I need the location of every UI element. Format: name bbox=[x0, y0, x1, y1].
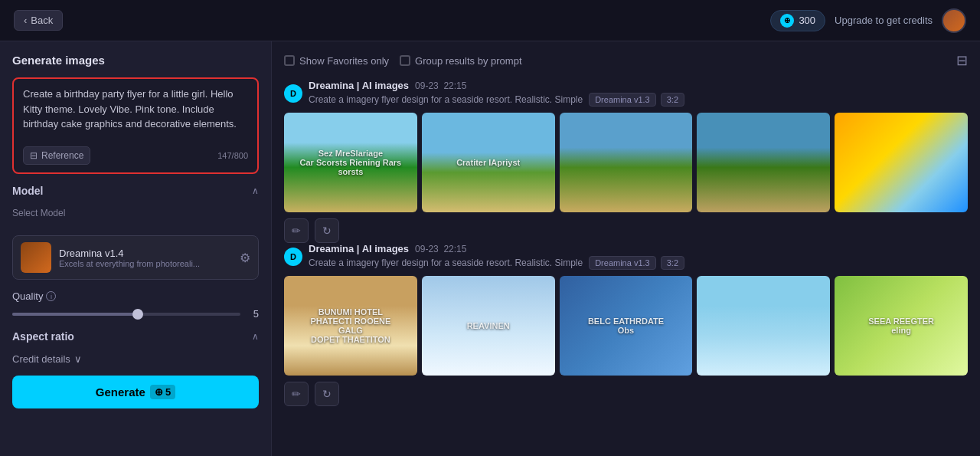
group-prompt-1: Create a imagery flyer design for a seas… bbox=[309, 258, 583, 268]
image-group-0: D Dreamina | AI images 09-23 22:15 Creat… bbox=[284, 80, 968, 243]
ratio-badge-0: 3:2 bbox=[661, 93, 684, 107]
model-section-title: Model bbox=[12, 185, 43, 197]
select-model-label: Select Model bbox=[12, 208, 259, 218]
generate-cost-icon: ⊕ bbox=[155, 386, 163, 398]
quality-slider-row: 5 bbox=[12, 308, 259, 320]
aspect-ratio-chevron-icon[interactable]: ∧ bbox=[252, 331, 259, 342]
group-meta-info-0: Dreamina | AI images 09-23 22:15 Create … bbox=[309, 80, 684, 107]
quality-label: Quality i bbox=[12, 290, 259, 302]
quality-value: 5 bbox=[248, 308, 259, 320]
model-chevron-icon[interactable]: ∧ bbox=[252, 185, 259, 196]
show-favorites-toggle[interactable]: Show Favorites only bbox=[284, 55, 389, 67]
regenerate-button-0[interactable]: ↻ bbox=[315, 218, 339, 243]
quality-slider[interactable] bbox=[12, 313, 240, 316]
main-content: Show Favorites only Group results by pro… bbox=[272, 41, 980, 456]
group-icon-0: D bbox=[284, 84, 302, 103]
generate-label: Generate bbox=[96, 385, 145, 399]
groups-container: D Dreamina | AI images 09-23 22:15 Creat… bbox=[284, 80, 968, 406]
quality-slider-fill bbox=[12, 313, 138, 316]
image-text-img6: BUNUMI HOTELPHATECTI ROOENEGALGDOPET THA… bbox=[284, 276, 417, 376]
quality-slider-thumb[interactable] bbox=[132, 309, 143, 320]
toolbar: Show Favorites only Group results by pro… bbox=[284, 52, 968, 69]
back-label: Back bbox=[31, 15, 53, 26]
model-card[interactable]: Dreamina v1.4 Excels at everything from … bbox=[12, 235, 259, 280]
credits-icon: ⊕ bbox=[780, 14, 794, 28]
edit-button-1[interactable]: ✏ bbox=[284, 382, 309, 406]
regenerate-button-1[interactable]: ↻ bbox=[315, 382, 339, 406]
image-thumb-img9[interactable] bbox=[697, 276, 830, 376]
back-button[interactable]: ‹ Back bbox=[14, 10, 63, 31]
group-meta-info-1: Dreamina | AI images 09-23 22:15 Create … bbox=[309, 243, 684, 270]
upgrade-link[interactable]: Upgrade to get credits bbox=[835, 15, 933, 26]
main-layout: Generate images Create a birthday party … bbox=[0, 41, 980, 456]
group-header-1: D Dreamina | AI images 09-23 22:15 Creat… bbox=[284, 243, 968, 270]
generate-cost: ⊕ 5 bbox=[150, 385, 175, 399]
group-results-toggle[interactable]: Group results by prompt bbox=[400, 55, 521, 67]
image-group-1: D Dreamina | AI images 09-23 22:15 Creat… bbox=[284, 243, 968, 406]
model-section-header: Model ∧ bbox=[12, 185, 259, 197]
group-results-label: Group results by prompt bbox=[415, 55, 521, 67]
image-thumb-img7[interactable]: REAVINEN bbox=[422, 276, 555, 376]
model-name: Dreamina v1.4 bbox=[59, 248, 232, 259]
prompt-box[interactable]: Create a birthday party flyer for a litt… bbox=[12, 77, 259, 174]
image-thumb-img3[interactable] bbox=[560, 113, 693, 212]
nav-right: ⊕ 300 Upgrade to get credits bbox=[770, 8, 966, 33]
model-badge-1: Dreamina v1.3 bbox=[589, 256, 656, 270]
image-thumb-img8[interactable]: BELC EATHRDATEObs bbox=[560, 276, 693, 376]
generate-button[interactable]: Generate ⊕ 5 bbox=[12, 376, 259, 408]
group-source-0: Dreamina | AI images bbox=[309, 80, 409, 91]
image-text-img8: BELC EATHRDATEObs bbox=[560, 276, 693, 376]
ratio-badge-1: 3:2 bbox=[661, 256, 684, 270]
image-thumb-img10[interactable]: SEEA REEGTEReling bbox=[835, 276, 968, 376]
group-date-0: 09-23 22:15 bbox=[415, 80, 466, 91]
sidebar-title: Generate images bbox=[12, 54, 259, 67]
action-bar-0: ✏ ↻ bbox=[284, 218, 968, 243]
model-badge-0: Dreamina v1.3 bbox=[589, 93, 656, 107]
group-meta-1: Dreamina v1.3 3:2 bbox=[589, 256, 684, 270]
aspect-ratio-title: Aspect ratio bbox=[12, 330, 74, 343]
edit-button-0[interactable]: ✏ bbox=[284, 218, 309, 243]
model-tune-icon[interactable]: ⚙ bbox=[240, 251, 250, 265]
char-count: 147/800 bbox=[217, 151, 248, 160]
show-favorites-label: Show Favorites only bbox=[299, 55, 389, 67]
group-icon-1: D bbox=[284, 248, 302, 266]
folder-icon[interactable]: ⊟ bbox=[956, 53, 968, 68]
image-thumb-img4[interactable] bbox=[697, 113, 830, 212]
model-desc: Excels at everything from photoreali... bbox=[59, 259, 232, 268]
group-source-1: Dreamina | AI images bbox=[309, 243, 409, 254]
left-sidebar: Generate images Create a birthday party … bbox=[0, 41, 272, 456]
quality-section: Quality i 5 bbox=[12, 290, 259, 320]
image-text-img7: REAVINEN bbox=[422, 276, 555, 376]
top-navigation: ‹ Back ⊕ 300 Upgrade to get credits bbox=[0, 0, 980, 41]
user-avatar[interactable] bbox=[942, 8, 966, 33]
quality-info-icon[interactable]: i bbox=[46, 291, 56, 301]
action-bar-1: ✏ ↻ bbox=[284, 382, 968, 406]
image-text-img1: Sez MreSlariageCar Scorsts Riening Rars … bbox=[284, 113, 417, 212]
image-text-img2: Cratiter IApriyst bbox=[422, 113, 555, 212]
model-thumbnail bbox=[21, 242, 51, 273]
credits-badge: ⊕ 300 bbox=[770, 10, 825, 31]
group-prompt-0: Create a imagery flyer design for a seas… bbox=[309, 94, 583, 105]
credit-details-chevron-icon: ∨ bbox=[74, 353, 82, 365]
model-info: Dreamina v1.4 Excels at everything from … bbox=[59, 248, 232, 268]
credit-details[interactable]: Credit details ∨ bbox=[12, 353, 259, 365]
reference-label: Reference bbox=[41, 150, 83, 161]
images-row-0: Sez MreSlariageCar Scorsts Riening Rars … bbox=[284, 113, 968, 212]
show-favorites-checkbox[interactable] bbox=[284, 55, 295, 66]
generate-cost-value: 5 bbox=[165, 386, 171, 398]
group-results-checkbox[interactable] bbox=[400, 55, 410, 66]
group-header-0: D Dreamina | AI images 09-23 22:15 Creat… bbox=[284, 80, 968, 107]
image-text-img10: SEEA REEGTEReling bbox=[835, 276, 968, 376]
credit-details-label: Credit details bbox=[12, 353, 70, 365]
images-row-1: BUNUMI HOTELPHATECTI ROOENEGALGDOPET THA… bbox=[284, 276, 968, 376]
reference-button[interactable]: ⊟ Reference bbox=[23, 146, 90, 165]
credits-count: 300 bbox=[799, 15, 815, 26]
image-thumb-img5[interactable] bbox=[835, 113, 968, 212]
quality-text: Quality bbox=[12, 290, 43, 302]
group-date-1: 09-23 22:15 bbox=[415, 244, 466, 254]
image-thumb-img1[interactable]: Sez MreSlariageCar Scorsts Riening Rars … bbox=[284, 113, 417, 212]
image-thumb-img6[interactable]: BUNUMI HOTELPHATECTI ROOENEGALGDOPET THA… bbox=[284, 276, 417, 376]
group-meta-0: Dreamina v1.3 3:2 bbox=[589, 93, 684, 107]
aspect-ratio-section-header: Aspect ratio ∧ bbox=[12, 330, 259, 343]
image-thumb-img2[interactable]: Cratiter IApriyst bbox=[422, 113, 555, 212]
